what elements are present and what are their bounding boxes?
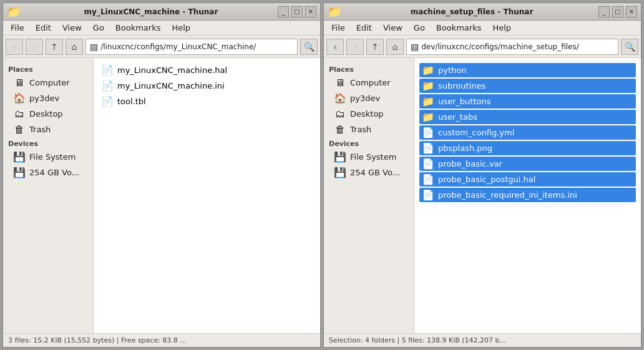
sidebar-label-computer-1: Computer [29, 78, 70, 87]
file-name-2: user_buttons [438, 97, 491, 106]
trash-icon-1: 🗑 [13, 124, 26, 135]
file-icon-3: 📁 [422, 111, 434, 123]
statusbar-text-2: Selection: 4 folders | 5 files: 138.9 Ki… [329, 336, 506, 344]
close-button-2[interactable]: ✕ [626, 6, 637, 17]
file-item-8[interactable]: 📄probe_basic_required_ini_items.ini [419, 188, 636, 202]
menu-edit-2[interactable]: Edit [351, 22, 377, 34]
volume-icon-1: 💾 [13, 167, 26, 178]
sidebar-item-trash-2[interactable]: 🗑 Trash [324, 122, 414, 137]
sidebar-item-computer-2[interactable]: 🖥 Computer [324, 75, 414, 90]
home-button-1[interactable]: ⌂ [66, 39, 83, 55]
home-icon-2: 🏠 [334, 92, 346, 104]
sidebar-label-filesystem-1: File System [29, 152, 76, 162]
sidebar-2: Places 🖥 Computer 🏠 py3dev 🗂 Desktop 🗑 T… [324, 58, 414, 333]
sidebar-item-volume-1[interactable]: 💾 254 GB Vo... [3, 165, 93, 180]
menu-file-2[interactable]: File [326, 22, 350, 34]
menu-edit-1[interactable]: Edit [31, 22, 56, 34]
sidebar-label-computer-2: Computer [350, 78, 391, 87]
up-button-1[interactable]: ↑ [46, 39, 63, 55]
menu-view-1[interactable]: View [57, 22, 87, 34]
menu-go-2[interactable]: Go [409, 22, 430, 34]
file-name-hal: my_LinuxCNC_machine.hal [117, 66, 227, 75]
sidebar-item-computer-1[interactable]: 🖥 Computer [3, 75, 93, 90]
menu-file-1[interactable]: File [6, 22, 29, 34]
file-name-7: probe_basic_postgui.hal [438, 175, 535, 184]
sidebar-item-py3dev-2[interactable]: 🏠 py3dev [324, 90, 414, 106]
statusbar-1: 3 files: 15.2 KiB (15,552 bytes) | Free … [3, 333, 320, 347]
devices-label-1: Devices [3, 137, 93, 149]
file-name-4: custom_config.yml [438, 128, 514, 137]
file-name-0: python [438, 66, 466, 75]
places-label-2: Places [324, 63, 414, 75]
sidebar-label-py3dev-1: py3dev [29, 94, 59, 103]
maximize-button-1[interactable]: □ [291, 6, 303, 17]
sidebar-item-trash-1[interactable]: 🗑 Trash [3, 122, 93, 137]
minimize-button-2[interactable]: _ [598, 6, 610, 17]
menu-go-1[interactable]: Go [88, 22, 109, 34]
sidebar-label-desktop-2: Desktop [350, 109, 384, 119]
back-button-2[interactable]: ‹ [326, 39, 344, 55]
sidebar-label-filesystem-2: File System [350, 152, 396, 162]
file-item-hal[interactable]: 📄 my_LinuxCNC_machine.hal [99, 63, 315, 77]
up-button-2[interactable]: ↑ [366, 39, 384, 55]
filesystem-icon-2: 💾 [334, 151, 346, 163]
sidebar-label-py3dev-2: py3dev [350, 94, 380, 103]
sidebar-item-desktop-2[interactable]: 🗂 Desktop [324, 106, 414, 122]
file-icon-5: 📄 [422, 142, 434, 154]
close-button-1[interactable]: ✕ [305, 6, 316, 17]
forward-button-2[interactable]: › [346, 39, 364, 55]
menubar-1: File Edit View Go Bookmarks Help [3, 21, 320, 36]
file-name-ini: my_LinuxCNC_machine.ini [117, 81, 225, 90]
file-item-3[interactable]: 📁user_tabs [419, 110, 636, 124]
location-bar-1[interactable]: ▤ /linuxcnc/configs/my_LinuxCNC_machine/ [85, 39, 298, 55]
menu-bookmarks-2[interactable]: Bookmarks [431, 22, 487, 34]
file-icon-6: 📄 [422, 158, 434, 170]
location-icon-1: ▤ [90, 42, 98, 52]
file-item-1[interactable]: 📁subroutines [419, 79, 636, 93]
file-icon-8: 📄 [422, 189, 434, 201]
home-button-2[interactable]: ⌂ [386, 39, 404, 55]
file-item-0[interactable]: 📁python [419, 63, 636, 77]
search-button-2[interactable]: 🔍 [621, 39, 638, 55]
sidebar-item-volume-2[interactable]: 💾 254 GB Vo... [324, 165, 414, 180]
file-item-ini[interactable]: 📄 my_LinuxCNC_machine.ini [99, 79, 315, 93]
file-icon-7: 📄 [422, 173, 434, 185]
search-button-1[interactable]: 🔍 [300, 39, 318, 55]
minimize-button-1[interactable]: _ [278, 6, 289, 17]
file-name-5: pbsplash.png [438, 143, 492, 153]
file-name-6: probe_basic.var [438, 159, 502, 168]
file-name-8: probe_basic_required_ini_items.ini [438, 190, 577, 200]
sidebar-item-filesystem-2[interactable]: 💾 File System [324, 149, 414, 165]
file-item-6[interactable]: 📄probe_basic.var [419, 157, 636, 171]
window2-icon: 📁 [328, 5, 341, 18]
file-item-tbl[interactable]: 📄 tool.tbl [99, 94, 315, 109]
computer-icon-1: 🖥 [13, 77, 26, 89]
menu-bookmarks-1[interactable]: Bookmarks [110, 22, 166, 34]
file-icon-2: 📁 [422, 95, 434, 107]
volume-icon-2: 💾 [334, 167, 346, 178]
window1-title: my_LinuxCNC_machine - Thunar [24, 7, 278, 16]
sidebar-item-py3dev-1[interactable]: 🏠 py3dev [3, 90, 93, 106]
file-icon-ini: 📄 [101, 80, 114, 92]
menu-help-1[interactable]: Help [167, 22, 195, 34]
file-item-7[interactable]: 📄probe_basic_postgui.hal [419, 172, 636, 187]
back-button-1[interactable]: ‹ [6, 39, 23, 55]
window-1: 📁 my_LinuxCNC_machine - Thunar _ □ ✕ Fil… [2, 2, 321, 348]
computer-icon-2: 🖥 [334, 77, 346, 89]
sidebar-item-desktop-1[interactable]: 🗂 Desktop [3, 106, 93, 122]
sidebar-item-filesystem-1[interactable]: 💾 File System [3, 149, 93, 165]
toolbar-1: ‹ › ↑ ⌂ ▤ /linuxcnc/configs/my_LinuxCNC_… [3, 36, 320, 58]
file-icon-tbl: 📄 [101, 95, 114, 107]
sidebar-label-trash-2: Trash [350, 125, 371, 134]
menu-view-2[interactable]: View [378, 22, 407, 34]
file-icon-hal: 📄 [101, 64, 114, 76]
maximize-button-2[interactable]: □ [612, 6, 623, 17]
sidebar-label-desktop-1: Desktop [29, 109, 63, 119]
file-item-2[interactable]: 📁user_buttons [419, 94, 636, 109]
menu-help-2[interactable]: Help [487, 22, 516, 34]
forward-button-1[interactable]: › [26, 39, 43, 55]
file-item-4[interactable]: 📄custom_config.yml [419, 125, 636, 140]
titlebar-buttons-1: _ □ ✕ [278, 6, 316, 17]
location-bar-2[interactable]: ▤ dev/linuxcnc/configs/machine_setup_fil… [406, 39, 618, 55]
file-item-5[interactable]: 📄pbsplash.png [419, 141, 636, 155]
